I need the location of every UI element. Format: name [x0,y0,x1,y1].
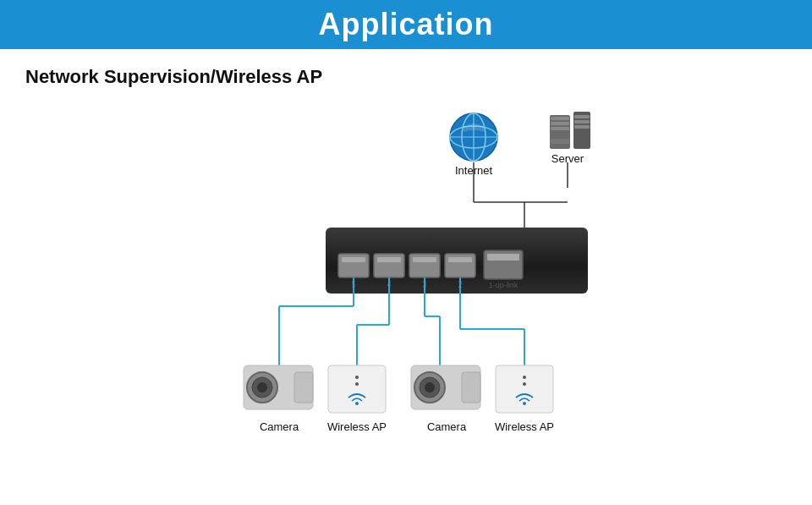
page-title: Application [319,7,494,42]
svg-rect-11 [551,139,569,144]
network-diagram: Internet Server [25,96,787,505]
svg-rect-65 [496,365,553,413]
svg-point-67 [523,382,526,386]
svg-rect-25 [377,257,401,262]
svg-point-55 [355,376,359,379]
svg-point-62 [425,382,435,392]
svg-point-51 [257,382,267,392]
svg-point-57 [355,402,359,405]
diagram-area: Internet Server [25,96,787,505]
svg-rect-8 [551,117,569,120]
svg-text:Wireless AP: Wireless AP [327,420,387,433]
svg-rect-12 [574,115,590,118]
svg-rect-9 [551,122,569,125]
svg-point-56 [355,382,359,386]
content-area: Network Supervision/Wireless AP Internet [0,49,812,505]
svg-text:1-up-link: 1-up-link [489,281,518,289]
svg-rect-28 [413,257,436,262]
svg-rect-14 [574,125,590,129]
svg-rect-10 [551,127,569,130]
header-bar: Application [0,0,812,49]
svg-rect-22 [342,257,365,262]
section-title: Network Supervision/Wireless AP [25,66,787,88]
svg-rect-34 [487,254,519,261]
svg-rect-13 [574,120,590,124]
svg-text:Camera: Camera [427,420,467,433]
svg-point-66 [523,376,526,379]
svg-text:Camera: Camera [260,420,299,433]
svg-rect-63 [462,372,480,403]
svg-rect-31 [448,257,472,262]
svg-rect-54 [328,365,386,413]
svg-text:Wireless AP: Wireless AP [495,420,554,433]
svg-point-68 [523,402,526,405]
svg-rect-52 [294,372,313,403]
